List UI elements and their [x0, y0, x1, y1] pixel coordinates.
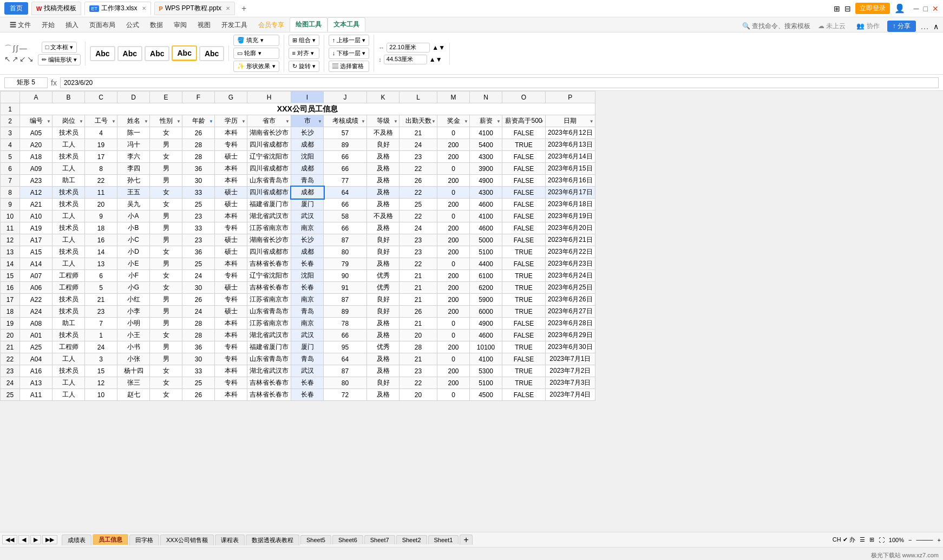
row-header-13[interactable]: 13 [1, 246, 20, 258]
table-cell[interactable]: 15 [85, 365, 117, 377]
table-cell[interactable]: TRUE [502, 377, 546, 389]
table-cell[interactable]: 及格 [367, 330, 400, 341]
table-cell[interactable]: 南京 [291, 294, 324, 306]
maximize-button[interactable]: □ [924, 4, 928, 13]
table-cell[interactable]: 0 [437, 258, 470, 270]
table-cell[interactable]: 成都 [291, 139, 324, 151]
table-cell[interactable]: FALSE [502, 210, 546, 222]
table-cell[interactable]: 小书 [117, 341, 150, 353]
table-cell[interactable]: 赵七 [117, 389, 150, 401]
table-cell[interactable]: 及格 [367, 389, 400, 401]
user-icon[interactable]: 👤 [894, 3, 905, 14]
table-cell[interactable]: 江苏省南京市 [247, 318, 291, 330]
ribbon-tab-text-tools[interactable]: 文本工具 [328, 17, 365, 32]
table-cell[interactable]: 0 [437, 330, 470, 341]
table-cell[interactable]: 2023年6月24日 [546, 270, 595, 282]
table-cell[interactable]: 0 [437, 389, 470, 401]
table-cell[interactable]: A07 [20, 270, 53, 282]
formula-input[interactable] [60, 77, 939, 88]
filter-icon-L[interactable]: ▼ [431, 118, 436, 123]
minimize-button[interactable]: ─ [914, 4, 919, 13]
tab-wps-template[interactable]: W 找稿壳模板 [31, 2, 81, 15]
table-cell[interactable]: 小F [117, 270, 150, 282]
table-cell[interactable]: 23 [182, 234, 215, 246]
table-cell[interactable]: FALSE [502, 187, 546, 199]
sheet-tab-sheet6[interactable]: Sheet6 [332, 535, 363, 544]
table-cell[interactable]: 4300 [470, 151, 502, 163]
table-cell[interactable]: 技术员 [53, 151, 85, 163]
table-cell[interactable]: 4100 [470, 353, 502, 365]
table-cell[interactable]: 硕士 [215, 151, 247, 163]
col-header-G[interactable]: G [215, 91, 247, 103]
close-button[interactable]: ✕ [932, 4, 939, 13]
add-tab-button[interactable]: + [237, 2, 251, 15]
table-cell[interactable]: 女 [150, 365, 182, 377]
table-cell[interactable]: FALSE [502, 330, 546, 341]
table-cell[interactable]: 陈一 [117, 127, 150, 139]
table-cell[interactable]: 20 [400, 330, 437, 341]
col-header-I[interactable]: I [291, 91, 324, 103]
table-cell[interactable]: 200 [437, 222, 470, 234]
table-cell[interactable]: FALSE [502, 353, 546, 365]
row-header-25[interactable]: 25 [1, 389, 20, 401]
table-cell[interactable]: 专科 [215, 139, 247, 151]
table-cell[interactable]: 4100 [470, 210, 502, 222]
table-cell[interactable]: 男 [150, 258, 182, 270]
filter-icon-C[interactable]: ▼ [112, 118, 116, 123]
table-cell[interactable]: 男 [150, 139, 182, 151]
table-cell[interactable]: 5 [85, 282, 117, 294]
table-cell[interactable]: 南京 [291, 222, 324, 234]
table-cell[interactable]: 长沙 [291, 127, 324, 139]
ribbon-tab-vip[interactable]: 会员专享 [253, 18, 290, 32]
table-cell[interactable]: 5000 [470, 234, 502, 246]
table-cell[interactable]: 长春 [291, 377, 324, 389]
filter-icon-A[interactable]: ▼ [47, 118, 51, 123]
table-cell[interactable]: 23 [400, 234, 437, 246]
tab-pptx[interactable]: P WPS PPT教程.pptx ✕ [154, 2, 235, 15]
table-cell[interactable]: 小G [117, 282, 150, 294]
table-cell[interactable]: 6 [85, 270, 117, 282]
shape-curve1[interactable]: ⌒ [4, 44, 12, 54]
table-cell[interactable]: 及格 [367, 151, 400, 163]
table-cell[interactable]: 24 [85, 341, 117, 353]
table-cell[interactable]: 吉林省长春市 [247, 258, 291, 270]
sheet-tab-sheet2[interactable]: Sheet2 [396, 535, 427, 544]
table-cell[interactable]: 2023年6月28日 [546, 318, 595, 330]
filter-icon-K[interactable]: ▼ [394, 118, 398, 123]
table-cell[interactable]: 女 [150, 127, 182, 139]
table-cell[interactable]: 男 [150, 306, 182, 318]
table-cell[interactable]: 技术员 [53, 294, 85, 306]
row-header-9[interactable]: 9 [1, 199, 20, 210]
table-cell[interactable]: 四川省成都市 [247, 187, 291, 199]
rotate-button[interactable]: ↻ 旋转 ▾ [289, 61, 319, 72]
table-cell[interactable]: 25 [182, 199, 215, 210]
table-cell[interactable]: 男 [150, 341, 182, 353]
down-layer-button[interactable]: ↓ 下移一层 ▾ [329, 48, 370, 59]
table-cell[interactable]: 武汉 [291, 365, 324, 377]
table-cell[interactable]: 89 [324, 139, 367, 151]
home-button[interactable]: 首页 [4, 2, 28, 15]
edit-shape-button[interactable]: ✏ 编辑形状 ▾ [38, 54, 81, 65]
table-cell[interactable]: 21 [400, 270, 437, 282]
table-cell[interactable]: 小张 [117, 353, 150, 365]
row-header-22[interactable]: 22 [1, 353, 20, 365]
table-cell[interactable]: 14 [85, 246, 117, 258]
table-cell[interactable]: 66 [324, 163, 367, 175]
table-cell[interactable]: 5100 [470, 246, 502, 258]
table-cell[interactable]: 2023年6月27日 [546, 306, 595, 318]
table-cell[interactable]: 助工 [53, 318, 85, 330]
table-cell[interactable]: 及格 [367, 175, 400, 187]
table-cell[interactable]: 36 [182, 163, 215, 175]
row-header-12[interactable]: 12 [1, 234, 20, 246]
table-cell[interactable]: 女 [150, 330, 182, 341]
table-cell[interactable]: 80 [324, 246, 367, 258]
fx-icon[interactable]: fx [51, 78, 57, 87]
table-cell[interactable]: 58 [324, 210, 367, 222]
table-cell[interactable]: 山东省青岛市 [247, 175, 291, 187]
col-header-F[interactable]: F [182, 91, 215, 103]
width-stepper[interactable]: ▲▼ [432, 44, 445, 51]
ribbon-collapse[interactable]: ∧ [933, 22, 939, 31]
table-cell[interactable]: 26 [182, 389, 215, 401]
table-cell[interactable]: 小王 [117, 330, 150, 341]
table-cell[interactable]: 青岛 [291, 306, 324, 318]
